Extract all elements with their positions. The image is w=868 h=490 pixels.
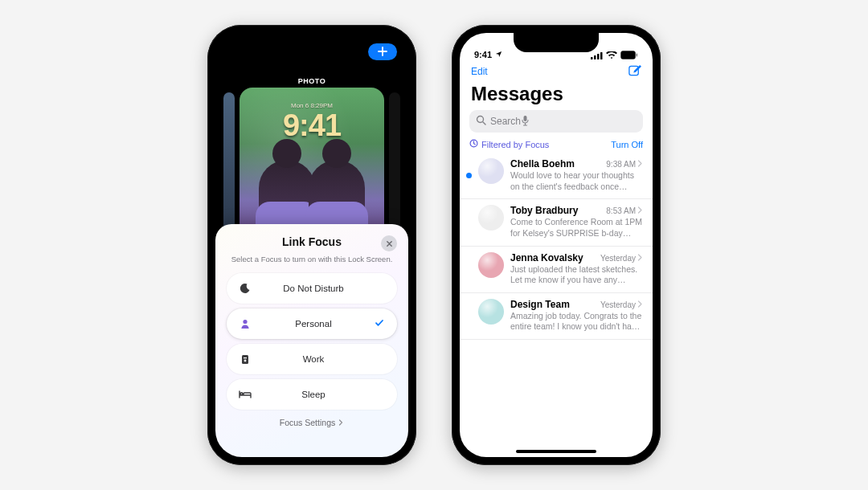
svg-rect-5 [594, 55, 596, 59]
compose-button[interactable] [628, 63, 641, 80]
conversation-name: Chella Boehm [510, 158, 575, 169]
phone-lockscreen-editor: PHOTO Mon 6 8:29PM 9:41 Link Focus Sele [207, 25, 416, 465]
sheet-title: Link Focus [282, 235, 342, 248]
avatar [478, 158, 504, 184]
focus-filter-row: Filtered by Focus Turn Off [469, 139, 643, 149]
focus-list: Do Not Disturb Personal Work [227, 273, 397, 410]
notch [514, 33, 599, 52]
conversation-row[interactable]: Design Team Yesterday Amazing job today.… [460, 293, 653, 340]
nav-bar: Edit [460, 62, 653, 81]
search-placeholder: Search [490, 116, 521, 127]
plus-icon [378, 45, 387, 59]
svg-rect-13 [524, 116, 527, 121]
focus-item-work[interactable]: Work [227, 344, 397, 374]
conversation-list[interactable]: Chella Boehm 9:38 AM Would love to hear … [460, 153, 653, 340]
close-sheet-button[interactable] [381, 235, 397, 251]
focus-item-personal[interactable]: Personal [227, 308, 397, 339]
edit-button[interactable]: Edit [471, 66, 488, 77]
conversation-preview: Amazing job today. Congrats to the entir… [510, 311, 643, 333]
turn-off-filter-button[interactable]: Turn Off [611, 140, 643, 149]
add-wallpaper-button[interactable] [368, 43, 397, 60]
conversation-body: Jenna Kovalsky Yesterday Just uploaded t… [510, 252, 643, 286]
focus-label: Personal [256, 319, 386, 329]
focus-filter-icon [469, 139, 478, 149]
conversation-time: 9:38 AM [606, 160, 643, 169]
svg-point-12 [477, 116, 484, 123]
compose-icon [628, 68, 641, 80]
dictation-icon[interactable] [521, 115, 530, 129]
conversation-body: Toby Bradbury 8:53 AM Come to Conference… [510, 205, 643, 239]
conversation-name: Design Team [510, 299, 570, 310]
unread-dot [466, 173, 472, 178]
svg-rect-7 [600, 52, 603, 59]
conversation-name: Jenna Kovalsky [510, 252, 583, 263]
conversation-row[interactable]: Toby Bradbury 8:53 AM Come to Conference… [460, 199, 653, 246]
focus-settings-label: Focus Settings [280, 418, 335, 427]
conversation-body: Chella Boehm 9:38 AM Would love to hear … [510, 158, 643, 192]
chevron-right-icon [637, 300, 643, 309]
conversation-time: Yesterday [600, 254, 643, 263]
screen: 9:41 Edit [460, 33, 653, 457]
conversation-preview: Would love to hear your thoughts on the … [510, 170, 643, 192]
conversation-preview: Come to Conference Room at 1PM for Kelse… [510, 217, 643, 239]
svg-rect-10 [637, 54, 638, 57]
sheet-header: Link Focus [227, 235, 397, 248]
wallpaper-category-label: PHOTO [215, 77, 408, 85]
conversation-time: 8:53 AM [606, 206, 643, 215]
search-icon [476, 115, 490, 128]
page-title: Messages [460, 81, 653, 110]
conversation-name: Toby Bradbury [510, 205, 578, 216]
svg-rect-1 [242, 355, 248, 364]
cellular-icon [591, 51, 603, 59]
focus-label: Do Not Disturb [256, 284, 386, 293]
chevron-right-icon [637, 254, 643, 263]
avatar [478, 299, 504, 325]
conversation-time: Yesterday [600, 300, 643, 309]
screen: PHOTO Mon 6 8:29PM 9:41 Link Focus Sele [215, 33, 408, 457]
conversation-body: Design Team Yesterday Amazing job today.… [510, 299, 643, 333]
lockscreen-clock: 9:41 [240, 108, 384, 143]
svg-point-0 [243, 320, 247, 324]
status-time: 9:41 [474, 50, 492, 59]
conversation-row[interactable]: Chella Boehm 9:38 AM Would love to hear … [460, 153, 653, 199]
svg-rect-2 [244, 357, 247, 358]
svg-rect-9 [622, 52, 634, 58]
location-icon [495, 50, 502, 59]
svg-point-3 [244, 360, 247, 362]
badge-icon [238, 353, 252, 365]
focus-item-sleep[interactable]: Sleep [227, 379, 397, 410]
chevron-right-icon [338, 418, 344, 427]
link-focus-sheet: Link Focus Select a Focus to turn on wit… [215, 224, 408, 457]
phone-messages: 9:41 Edit [452, 25, 661, 465]
dynamic-island [280, 41, 343, 59]
search-input[interactable]: Search [469, 110, 643, 133]
close-icon [386, 236, 393, 251]
person-icon [238, 318, 252, 329]
focus-label: Work [256, 354, 386, 364]
chevron-right-icon [637, 206, 643, 215]
focus-settings-link[interactable]: Focus Settings [227, 418, 397, 427]
home-indicator[interactable] [516, 450, 596, 453]
focus-item-dnd[interactable]: Do Not Disturb [227, 273, 397, 304]
checkmark-icon [375, 318, 384, 329]
moon-icon [238, 283, 252, 294]
sheet-subtitle: Select a Focus to turn on with this Lock… [227, 255, 397, 263]
conversation-preview: Just uploaded the latest sketches. Let m… [510, 264, 643, 286]
avatar [478, 205, 504, 231]
bed-icon [238, 389, 252, 400]
battery-icon [620, 51, 638, 59]
wifi-icon [606, 51, 617, 59]
svg-rect-4 [591, 57, 593, 59]
focus-label: Sleep [256, 390, 386, 399]
svg-rect-6 [597, 54, 600, 59]
focus-filter-label: Filtered by Focus [481, 140, 549, 149]
conversation-row[interactable]: Jenna Kovalsky Yesterday Just uploaded t… [460, 247, 653, 293]
avatar [478, 252, 504, 278]
chevron-right-icon [637, 160, 643, 169]
